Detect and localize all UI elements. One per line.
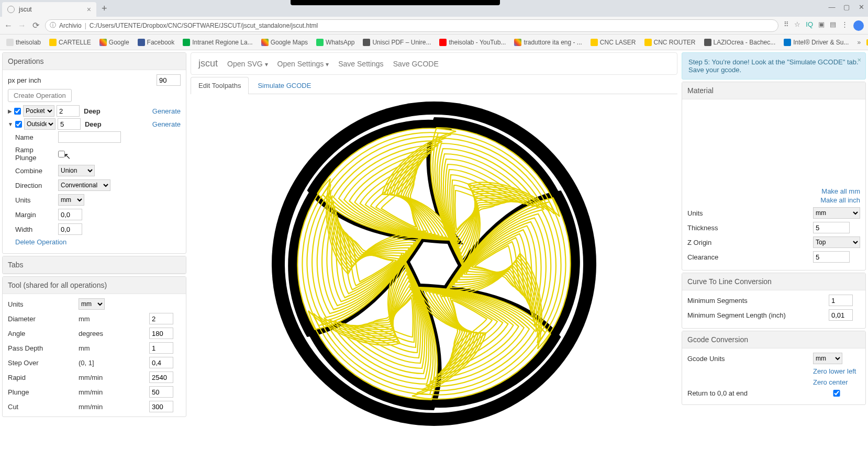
menu-icon[interactable]: ⋮ — [841, 20, 848, 31]
bookmark-item[interactable]: theisolab — [3, 38, 44, 47]
thickness-input[interactable] — [813, 222, 850, 233]
combine-select[interactable]: Union — [58, 165, 95, 176]
reload-icon[interactable]: ⟳ — [31, 20, 40, 30]
cut-unit: mm/min — [79, 403, 144, 411]
bookmark-item[interactable]: Facebook — [135, 38, 178, 47]
make-all-mm-link[interactable]: Make all mm — [821, 187, 860, 195]
ramp-plunge-checkbox[interactable] — [58, 151, 65, 157]
bookmark-item[interactable]: traduttore ita eng - ... — [511, 38, 585, 47]
units-label: Units — [15, 196, 55, 204]
operation-depth-input[interactable] — [58, 118, 81, 130]
bookmark-item[interactable]: theisolab - YouTub... — [436, 38, 509, 47]
open-settings-menu[interactable]: Open Settings ▾ — [277, 60, 329, 68]
make-all-inch-link[interactable]: Make all inch — [820, 196, 860, 204]
angle-input[interactable] — [149, 328, 173, 339]
name-input[interactable] — [58, 131, 121, 143]
forward-icon[interactable]: → — [18, 21, 26, 30]
panel-header: Tabs — [3, 256, 186, 274]
minimize-icon[interactable]: — — [828, 3, 836, 11]
bookmark-item[interactable]: CNC LASER — [587, 38, 639, 47]
design-svg — [266, 96, 602, 431]
clearance-input[interactable] — [813, 251, 850, 263]
tab-simulate-gcode[interactable]: Simulate GCODE — [250, 77, 319, 94]
caret-right-icon[interactable]: ▶ — [8, 108, 12, 114]
close-icon[interactable]: × — [87, 5, 91, 14]
address-bar: ← → ⟳ ⓘ Archivio | C:/Users/UTENTE/Dropb… — [0, 17, 868, 35]
save-gcode-link[interactable]: Save GCODE — [393, 60, 439, 68]
bookmark-item[interactable]: CARTELLE — [46, 38, 94, 47]
generate-link[interactable]: Generate — [152, 120, 181, 128]
bookmark-item[interactable]: Google — [96, 38, 132, 47]
return-origin-checkbox[interactable] — [813, 390, 860, 397]
min-seg-length-input[interactable] — [829, 309, 853, 321]
gcode-panel: Gcode Conversion Gcode Units mm Zero low… — [682, 331, 866, 405]
zero-center-link[interactable]: Zero center — [813, 378, 860, 386]
cut-input[interactable] — [149, 401, 173, 412]
z-origin-select[interactable]: Top — [813, 236, 860, 248]
save-settings-link[interactable]: Save Settings — [338, 60, 383, 68]
bookmark-item[interactable]: WhatsApp — [313, 38, 358, 47]
pass-depth-input[interactable] — [149, 342, 173, 354]
rapid-label: Rapid — [8, 374, 73, 381]
bookmark-item[interactable]: Unisci PDF – Unire... — [360, 38, 434, 47]
back-icon[interactable]: ← — [4, 21, 13, 30]
z-origin-label: Z Origin — [687, 239, 808, 246]
main-tabs: Edit Toolpaths Simulate GCODE — [191, 77, 677, 94]
diameter-input[interactable] — [149, 313, 173, 324]
min-segments-input[interactable] — [829, 295, 853, 306]
url-prefix: Archivio — [59, 22, 82, 29]
gcode-units-select[interactable]: mm — [813, 353, 842, 364]
operation-type-select[interactable]: Outside — [24, 118, 55, 130]
generate-link[interactable]: Generate — [152, 107, 181, 115]
create-operation-button[interactable]: Create Operation — [8, 89, 72, 102]
bookmark-item[interactable]: LAZIOcrea - Bachec... — [701, 38, 779, 47]
cut-label: Cut — [8, 403, 73, 411]
operation-enabled-checkbox[interactable] — [15, 121, 22, 128]
close-window-icon[interactable]: ✕ — [858, 3, 865, 11]
operation-enabled-checkbox[interactable] — [14, 108, 21, 115]
tool-units-select[interactable]: mm — [79, 298, 105, 310]
translate-icon[interactable]: ⠿ — [784, 20, 789, 31]
angle-unit: degrees — [79, 330, 144, 337]
px-per-inch-input[interactable] — [157, 74, 181, 86]
caret-down-icon[interactable]: ▼ — [8, 121, 13, 127]
bookmarks-bar: theisolab CARTELLE Google Facebook Intra… — [0, 35, 868, 50]
margin-input[interactable] — [58, 209, 82, 220]
rapid-input[interactable] — [149, 371, 173, 383]
diameter-unit: mm — [79, 315, 144, 323]
bookmark-item[interactable]: Intranet Regione La... — [180, 38, 255, 47]
ext3-icon[interactable]: ▤ — [830, 20, 836, 31]
tabs-panel: Tabs — [2, 256, 186, 274]
zero-lower-left-link[interactable]: Zero lower left — [813, 367, 860, 375]
diameter-label: Diameter — [8, 315, 73, 323]
material-units-select[interactable]: mm — [813, 207, 860, 219]
bookmark-item[interactable]: Google Maps — [258, 38, 311, 47]
panel-header: Operations — [3, 53, 186, 70]
direction-select[interactable]: Conventional — [58, 179, 110, 191]
operation-type-select[interactable]: Pocket — [23, 105, 54, 117]
bookmark-item[interactable]: CNC ROUTER — [641, 38, 699, 47]
min-segments-label: Minimum Segments — [687, 297, 824, 305]
bookmarks-overflow[interactable]: » Altri Pref — [854, 38, 868, 47]
open-svg-menu[interactable]: Open SVG ▾ — [227, 60, 268, 68]
maximize-icon[interactable]: ▢ — [843, 3, 850, 11]
url-input[interactable]: ⓘ Archivio | C:/Users/UTENTE/Dropbox/CNC… — [45, 19, 778, 32]
operation-depth-input[interactable] — [57, 105, 80, 117]
new-tab-button[interactable]: + — [102, 3, 107, 14]
star-icon[interactable]: ☆ — [794, 20, 800, 31]
width-input[interactable] — [58, 223, 82, 235]
ext2-icon[interactable]: ▣ — [818, 20, 825, 31]
close-icon[interactable]: × — [857, 56, 861, 64]
plunge-input[interactable] — [149, 386, 173, 398]
browser-tab[interactable]: jscut × — [2, 2, 96, 17]
tab-edit-toolpaths[interactable]: Edit Toolpaths — [191, 77, 249, 94]
units-select[interactable]: mm — [58, 194, 84, 206]
delete-operation-link[interactable]: Delete Operation — [15, 238, 66, 246]
svg-canvas[interactable] — [191, 96, 677, 471]
bookmark-item[interactable]: Intel® Driver & Su... — [781, 38, 852, 47]
ext1-icon[interactable]: IQ — [806, 20, 813, 31]
alert-text: Step 5: You're done! Look at the "Simula… — [688, 58, 859, 74]
step-over-input[interactable] — [149, 357, 173, 368]
profile-icon[interactable] — [853, 20, 864, 31]
combine-label: Combine — [15, 167, 55, 175]
